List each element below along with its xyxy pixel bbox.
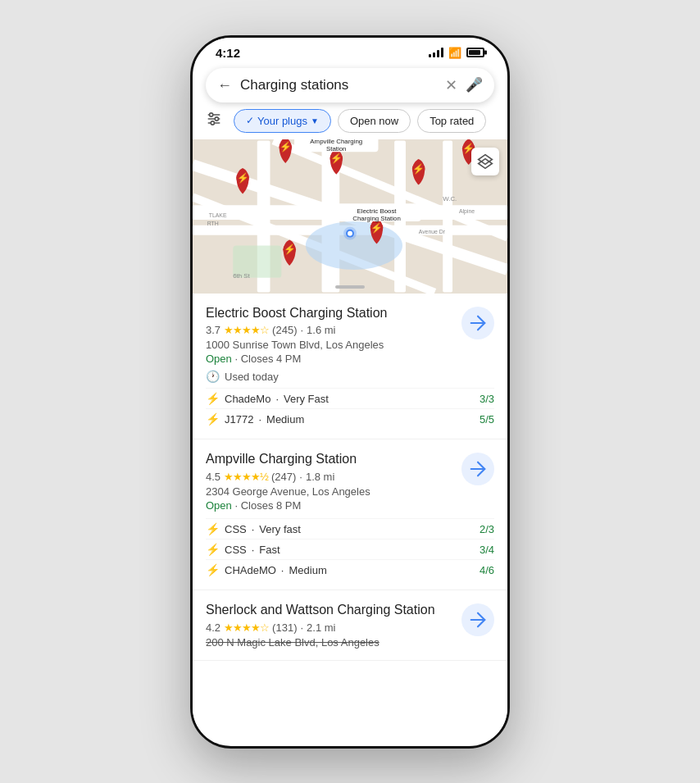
mic-button[interactable]: 🎤: [466, 76, 483, 93]
svg-text:Electric Boost: Electric Boost: [357, 207, 397, 215]
result-address-2: 200 N Magic Lake Blvd, Los Angeles: [206, 636, 453, 649]
signal-icon: [429, 48, 443, 57]
filter-options-button[interactable]: [204, 109, 227, 133]
svg-text:⚡: ⚡: [280, 141, 292, 153]
result-header-2: Sherlock and Wattson Charging Station 4.…: [206, 602, 494, 650]
charger-speed-1-1: Fast: [259, 544, 280, 556]
svg-text:W.C.: W.C.: [443, 195, 457, 203]
result-card-1[interactable]: Ampville Charging Station 4.5 ★★★★½ (247…: [193, 439, 507, 590]
search-input[interactable]: Charging stations: [240, 77, 437, 93]
phone-frame: 4:12 📶 ← Charging stations ✕ 🎤: [190, 35, 510, 749]
filter-bar: ✓ Your plugs ▼ Open now Top rated: [193, 109, 507, 139]
map-drag-handle[interactable]: [335, 285, 365, 289]
bolt-icon: ⚡: [206, 563, 220, 576]
svg-point-4: [215, 116, 218, 120]
charger-dot-1-2: ·: [281, 564, 284, 576]
result-dot-0: ·: [300, 324, 303, 336]
clock-icon: 🕐: [206, 370, 220, 383]
result-name-0: Electric Boost Charging Station: [206, 305, 453, 322]
result-meta-0: 🕐 Used today: [206, 370, 494, 383]
charger-avail-1-2: 4/6: [480, 564, 494, 576]
svg-text:RTH: RTH: [207, 220, 219, 225]
svg-text:⚡: ⚡: [370, 221, 383, 233]
result-status-0: Open · Closes 4 PM: [206, 353, 453, 365]
charger-avail-0-1: 5/5: [480, 413, 494, 426]
result-address-0: 1000 Sunrise Town Blvd, Los Angeles: [206, 339, 453, 351]
back-button[interactable]: ←: [217, 78, 232, 93]
svg-text:Alpine: Alpine: [459, 208, 475, 215]
result-status-1: Open · Closes 8 PM: [206, 499, 453, 512]
charger-speed-0-1: Medium: [266, 413, 304, 426]
charger-row-0-0: ⚡ ChadeMo · Very Fast 3/3: [206, 388, 494, 408]
chevron-down-icon: ▼: [311, 116, 319, 125]
result-nav-button-2[interactable]: [461, 603, 494, 636]
charger-speed-1-0: Very fast: [259, 523, 301, 535]
charger-avail-1-1: 3/4: [480, 544, 494, 556]
result-stars-2: ★★★★☆: [224, 621, 269, 634]
charger-type-0-1: J1772: [225, 413, 253, 426]
charger-row-0-1: ⚡ J1772 · Medium 5/5: [206, 408, 494, 429]
bolt-icon: ⚡: [206, 522, 220, 535]
result-header-0: Electric Boost Charging Station 3.7 ★★★★…: [206, 305, 494, 366]
svg-text:Station: Station: [326, 145, 346, 153]
charger-left-1-1: ⚡ CSS · Fast: [206, 543, 280, 556]
charger-avail-0-0: 3/3: [480, 393, 494, 405]
charger-avail-1-0: 2/3: [480, 523, 494, 535]
result-card-0[interactable]: Electric Boost Charging Station 3.7 ★★★★…: [193, 294, 507, 440]
result-rating-0: 3.7: [206, 324, 220, 336]
charger-left-0-0: ⚡ ChadeMo · Very Fast: [206, 392, 329, 405]
charger-speed-1-2: Medium: [289, 564, 326, 576]
result-header-1: Ampville Charging Station 4.5 ★★★★½ (247…: [206, 451, 494, 512]
charger-type-1-2: CHAdeMO: [225, 564, 276, 576]
result-name-2: Sherlock and Wattson Charging Station: [206, 602, 453, 619]
result-review-count-2: (131): [272, 621, 297, 634]
result-rating-row-2: 4.2 ★★★★☆ (131) · 2.1 mi: [206, 621, 453, 634]
charger-type-1-1: CSS: [225, 544, 247, 556]
svg-text:6th St: 6th St: [233, 271, 250, 279]
results-list: Electric Boost Charging Station 3.7 ★★★★…: [193, 294, 507, 743]
charger-dot-1-1: ·: [252, 544, 255, 556]
charger-row-1-0: ⚡ CSS · Very fast 2/3: [206, 518, 494, 539]
charger-type-1-0: CSS: [225, 523, 247, 535]
svg-text:⚡: ⚡: [284, 244, 296, 255]
result-rating-1: 4.5: [206, 471, 220, 483]
search-bar: ← Charging stations ✕ 🎤: [206, 68, 494, 102]
result-used-today-0: Used today: [225, 371, 279, 383]
result-dot-1: ·: [299, 471, 302, 483]
battery-icon: [466, 48, 484, 57]
result-review-count-1: (247): [271, 471, 296, 483]
filter-chip-label-1: Open now: [350, 115, 398, 127]
charger-speed-0-0: Very Fast: [284, 393, 329, 405]
result-nav-button-1[interactable]: [461, 453, 494, 485]
svg-text:⚡: ⚡: [330, 153, 343, 164]
check-icon: ✓: [246, 115, 254, 126]
result-distance-0: 1.6 mi: [307, 324, 335, 336]
filter-chip-your-plugs[interactable]: ✓ Your plugs ▼: [234, 109, 331, 133]
filter-chip-top-rated[interactable]: Top rated: [417, 109, 486, 133]
result-stars-1: ★★★★½: [224, 471, 268, 483]
charger-left-1-0: ⚡ CSS · Very fast: [206, 522, 301, 535]
charger-left-0-1: ⚡ J1772 · Medium: [206, 412, 304, 426]
map-container[interactable]: W. Dewap Rd 6th St W.C. Alpine TLAKE RTH…: [193, 139, 507, 294]
status-time: 4:12: [216, 46, 240, 60]
charger-dot-1-0: ·: [252, 523, 255, 535]
charger-row-1-1: ⚡ CSS · Fast 3/4: [206, 539, 494, 559]
result-card-2[interactable]: Sherlock and Wattson Charging Station 4.…: [193, 590, 507, 661]
result-address-1: 2304 George Avenue, Los Angeles: [206, 485, 453, 498]
map-layer-button[interactable]: [471, 148, 499, 175]
svg-point-27: [348, 230, 352, 235]
charger-dot-0-1: ·: [258, 413, 261, 426]
svg-point-5: [211, 121, 214, 124]
svg-text:⚡: ⚡: [237, 171, 249, 183]
result-nav-button-0[interactable]: [461, 307, 494, 339]
map-svg: W. Dewap Rd 6th St W.C. Alpine TLAKE RTH…: [193, 139, 507, 294]
filter-chip-label-2: Top rated: [430, 115, 474, 127]
result-info-2: Sherlock and Wattson Charging Station 4.…: [206, 602, 453, 650]
filter-chip-open-now[interactable]: Open now: [338, 109, 411, 133]
bolt-icon: ⚡: [206, 412, 220, 426]
charger-dot-0-0: ·: [275, 393, 279, 405]
svg-point-3: [210, 112, 213, 116]
result-info-1: Ampville Charging Station 4.5 ★★★★½ (247…: [206, 451, 453, 512]
clear-button[interactable]: ✕: [445, 76, 457, 94]
result-rating-row-0: 3.7 ★★★★☆ (245) · 1.6 mi: [206, 324, 453, 336]
